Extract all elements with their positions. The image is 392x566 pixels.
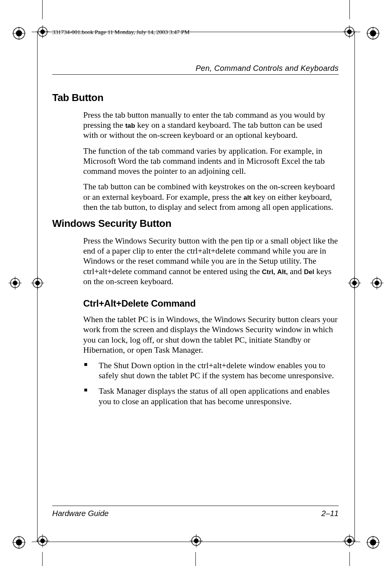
crop-line <box>349 552 350 566</box>
paragraph: Press the Windows Security button with t… <box>83 236 339 286</box>
heading-tab-button: Tab Button <box>52 92 339 104</box>
crop-line <box>42 552 43 566</box>
reg-mark-icon <box>370 276 383 290</box>
key-label: Alt, <box>277 268 288 276</box>
key-label: alt <box>243 194 251 201</box>
reg-mark-icon <box>12 27 26 40</box>
page-footer: Hardware Guide 2–11 <box>52 506 339 518</box>
key-label: Del <box>304 268 314 276</box>
chapter-title: Pen, Command Controls and Keyboards <box>52 64 339 75</box>
reg-mark-icon <box>366 27 380 40</box>
reg-mark-icon <box>31 276 44 290</box>
paragraph: Press the tab button manually to enter t… <box>83 110 339 141</box>
file-timestamp: 331734-001.book Page 11 Monday, July 14,… <box>52 29 190 36</box>
text: and <box>288 267 304 276</box>
crop-line <box>42 0 43 19</box>
list-item: The Shut Down option in the ctrl+alt+del… <box>83 360 339 381</box>
reg-mark-icon <box>366 536 380 549</box>
page-number: 2–11 <box>322 509 339 518</box>
list-item: Task Manager displays the status of all … <box>83 386 339 406</box>
footer-title: Hardware Guide <box>52 509 109 518</box>
reg-mark-icon <box>9 276 22 290</box>
paragraph: The tab button can be combined with keys… <box>83 182 339 212</box>
page-content: Pen, Command Controls and Keyboards Tab … <box>52 64 339 412</box>
reg-mark-icon <box>190 534 203 547</box>
reg-mark-icon <box>36 534 49 547</box>
bullet-list: The Shut Down option in the ctrl+alt+del… <box>83 360 339 406</box>
paragraph: When the tablet PC is in Windows, the Wi… <box>83 314 339 355</box>
heading-windows-security: Windows Security Button <box>52 218 339 230</box>
paragraph: The function of the tab command varies b… <box>83 146 339 177</box>
crop-line <box>32 542 360 542</box>
crop-line <box>195 552 196 566</box>
key-label: Ctrl, <box>262 268 275 276</box>
reg-mark-icon <box>12 536 26 549</box>
crop-line <box>349 0 350 19</box>
heading-cad-command: Ctrl+Alt+Delete Command <box>83 298 339 309</box>
crop-line <box>354 32 355 542</box>
key-label: tab <box>125 122 135 129</box>
crop-line <box>37 32 38 542</box>
reg-mark-icon <box>343 534 356 547</box>
